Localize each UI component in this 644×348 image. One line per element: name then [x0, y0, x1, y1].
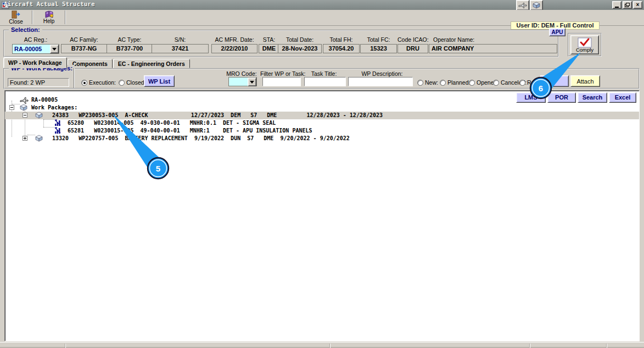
- field-sn: S/N: 37421: [152, 36, 209, 53]
- close-button[interactable]: Close: [2, 10, 30, 25]
- comply-panel: Comply: [568, 33, 602, 57]
- total-fc-value: 15323: [360, 44, 397, 53]
- field-total-fh: Total FH: 37054.20: [323, 36, 360, 53]
- wp-description-label: WP Description:: [355, 70, 410, 77]
- excel-button[interactable]: Excel: [609, 92, 636, 103]
- task-title-label: Task Title:: [305, 70, 343, 77]
- field-sta: STA: DME: [259, 36, 279, 53]
- toolbar-separator: [65, 10, 66, 24]
- collapse-icon[interactable]: [9, 105, 14, 110]
- toolbar-separator: [32, 10, 33, 24]
- radio-opened-dot: [469, 80, 475, 86]
- tree-button-bar: LMS POR Search Excel: [516, 92, 636, 103]
- restore-button[interactable]: [623, 1, 632, 9]
- mro-code-dropdown-icon[interactable]: [248, 78, 256, 86]
- tree-row-wp-13320[interactable]: 13320 WP220757-005 BATTERY REPLACEMENT 9…: [5, 135, 639, 142]
- operator-name-value: AIR COMPANY: [429, 44, 557, 53]
- unlabeled-button[interactable]: [540, 75, 569, 87]
- close-button-label: Close: [9, 19, 23, 25]
- field-code-icao: Code ICAO: DRU: [397, 36, 428, 53]
- code-icao-value: DRU: [397, 44, 428, 53]
- sn-value: 37421: [152, 44, 209, 53]
- selection-legend: Selection:: [9, 26, 42, 33]
- radio-planned[interactable]: Planned:: [440, 79, 470, 86]
- help-book-icon: [44, 10, 54, 18]
- wp-description-input[interactable]: [348, 77, 413, 86]
- ac-type-value: B737-700: [107, 44, 153, 53]
- ac-reg-combobox[interactable]: RA-00005: [12, 44, 59, 54]
- box-icon: [533, 2, 540, 9]
- wp-list-button[interactable]: WP List: [144, 75, 175, 87]
- wp-filter-panel: WP - Work Packages: Found: 2 WP Executio…: [3, 68, 640, 89]
- field-ac-type: AC Type: B737-700: [107, 36, 153, 53]
- window-title: Aircraft Actual Structure: [4, 1, 95, 8]
- expand-icon[interactable]: [23, 136, 27, 141]
- close-window-button[interactable]: ×: [633, 1, 642, 9]
- total-date-value: 28-Nov-2023: [278, 44, 322, 53]
- tab-bar: WP - Work Package Components EC - Engine…: [3, 57, 191, 68]
- ac-family-value: B737-NG: [61, 44, 107, 53]
- help-button[interactable]: Help: [35, 10, 63, 25]
- app-window: Aircraft Actual Structure ×: [0, 0, 644, 348]
- radio-closed[interactable]: Closed:: [119, 79, 146, 86]
- lms-button[interactable]: LMS: [516, 92, 546, 103]
- collapse-icon[interactable]: [23, 113, 27, 118]
- tree-row-task-65281[interactable]: 65281 W0230015-005 49-040-00-01 MNHR:1 D…: [5, 127, 639, 135]
- radio-closed-dot: [119, 80, 125, 86]
- tree-row-task-65280[interactable]: 65280 W0230014-005 49-030-00-01 MNHR:0.1…: [5, 119, 639, 127]
- structure-icon-button[interactable]: [530, 0, 543, 10]
- field-operator-name: Operator Name: AIR COMPANY: [429, 36, 557, 53]
- mro-code-value: [229, 78, 248, 86]
- selection-group: Selection: AC Reg.: RA-00005 AC Family: …: [3, 30, 559, 57]
- total-fh-value: 37054.20: [323, 44, 360, 53]
- minimize-button[interactable]: [612, 1, 621, 9]
- attach-button[interactable]: Attach: [570, 75, 600, 87]
- panel-divider: [74, 68, 75, 88]
- tree-row-wp-24383[interactable]: 24383 WP230053-005 A-CHECK 12/27/2023 DE…: [5, 112, 639, 119]
- tree-rows: RA-00005 Work Packages:: [5, 96, 639, 142]
- ac-reg-dropdown-icon[interactable]: [50, 45, 59, 53]
- field-total-fc: Total FC: 15323: [360, 36, 397, 53]
- package-icon: [35, 135, 43, 142]
- radio-planned-dot: [440, 80, 446, 86]
- field-ac-mfr-date: AC MFR. Date: 2/22/2010: [211, 36, 257, 53]
- ac-reg-value: RA-00005: [13, 45, 50, 53]
- main-toolbar: Close Help User ID: DEM - Full Control: [0, 10, 644, 26]
- radio-new-dot: [417, 80, 423, 86]
- airplane-icon: [19, 96, 29, 104]
- title-bar: Aircraft Actual Structure ×: [0, 0, 644, 10]
- radio-new[interactable]: New:: [417, 79, 438, 86]
- task-icon: [54, 119, 61, 126]
- radio-canceled-dot: [493, 80, 499, 86]
- apu-button[interactable]: APU: [549, 28, 565, 36]
- field-ac-reg: AC Reg.: RA-00005: [12, 36, 59, 54]
- comply-button[interactable]: Comply: [570, 35, 599, 54]
- help-button-label: Help: [43, 18, 55, 24]
- aircraft-icon-button[interactable]: [516, 0, 529, 10]
- radio-execution-dot: [81, 80, 87, 86]
- mro-code-label: MRO Code:: [223, 70, 260, 77]
- airplane-sketch-icon: [518, 2, 527, 9]
- ac-mfr-date-value: 2/22/2010: [211, 44, 257, 53]
- tab-wp-work-package[interactable]: WP - Work Package: [3, 57, 67, 68]
- task-title-input[interactable]: [304, 77, 346, 86]
- tree-row-work-packages[interactable]: Work Packages:: [5, 104, 639, 112]
- mro-code-combobox[interactable]: [228, 77, 257, 86]
- comply-label: Comply: [576, 47, 593, 53]
- por-button[interactable]: POR: [547, 92, 576, 103]
- search-button[interactable]: Search: [578, 92, 607, 103]
- package-icon: [20, 104, 27, 111]
- radio-rem-inst-dot: [519, 80, 525, 86]
- package-icon: [35, 112, 43, 119]
- radio-execution[interactable]: Execution:: [81, 79, 116, 86]
- tab-ec-engineering-orders[interactable]: EC - Engineering Orders: [113, 59, 190, 68]
- sta-value: DME: [259, 44, 279, 53]
- task-icon: [54, 127, 61, 134]
- filter-wp-task-label: Filter WP or Task:: [260, 70, 305, 77]
- filter-wp-task-input[interactable]: [262, 77, 301, 86]
- exit-door-icon: [11, 10, 21, 19]
- field-ac-family: AC Family: B737-NG: [61, 36, 107, 53]
- status-bar: [0, 342, 644, 348]
- field-total-date: Total Date: 28-Nov-2023: [278, 36, 322, 53]
- work-package-tree: LMS POR Search Excel RA-00005: [4, 90, 640, 341]
